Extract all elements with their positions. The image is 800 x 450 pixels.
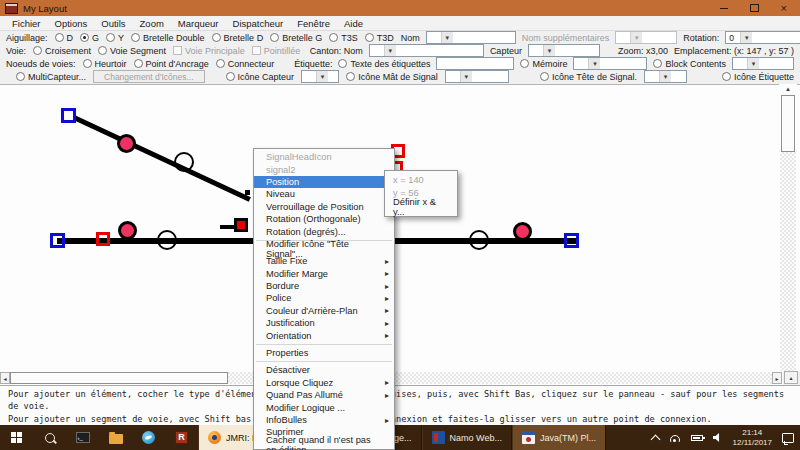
radio-texte-etiquettes[interactable]: Texte des étiquettes	[338, 59, 430, 69]
menu-item-position[interactable]: Position	[254, 176, 394, 188]
anchor-point-blue[interactable]	[61, 108, 76, 123]
menu-zoom[interactable]: Zoom	[133, 18, 171, 29]
thunderbird-button[interactable]	[132, 425, 165, 450]
menu-options[interactable]: Options	[48, 18, 95, 29]
r-app-button[interactable]: R	[165, 425, 198, 450]
radio-connecteur[interactable]: Connecteur	[216, 59, 275, 69]
submenu-item-definir-xy[interactable]: Définir x & y...	[385, 200, 457, 214]
nom-supplementaires-combobox[interactable]: ▾	[615, 31, 677, 44]
close-icon[interactable]: ×	[781, 3, 787, 13]
icone-tete-signal-combobox[interactable]: ▾	[644, 70, 687, 83]
menu-item-cacher[interactable]: Cacher quand il n'est pas en édition	[254, 439, 394, 450]
radio-icone-etiquette[interactable]: Icône Étiquette	[722, 72, 794, 82]
radio-aiguillage-g[interactable]: G	[80, 33, 99, 43]
sensor-icon-red-square[interactable]	[96, 232, 110, 246]
connection-circle-2[interactable]	[157, 230, 177, 250]
radio-heurtoir[interactable]: Heurtoir	[83, 59, 127, 69]
radio-bretelle-g[interactable]: Bretelle G	[270, 33, 322, 43]
wifi-icon[interactable]	[669, 434, 681, 442]
start-button[interactable]	[0, 425, 33, 450]
tray-chevron-up-icon[interactable]	[650, 434, 660, 444]
signal-head-dot[interactable]	[117, 134, 136, 153]
taskbar-task-java[interactable]: Java(TM) Pl...	[512, 425, 606, 450]
menu-aide[interactable]: Aide	[337, 18, 370, 29]
radio-circle	[83, 59, 92, 68]
radio-bretelle-d[interactable]: Bretelle D	[212, 33, 264, 43]
layout-canvas[interactable]	[0, 84, 800, 371]
menu-item-bordure[interactable]: Bordure	[254, 280, 394, 292]
menu-item-orientation[interactable]: Orientation	[254, 329, 394, 341]
menu-item-infobulles[interactable]: InfoBulles	[254, 414, 394, 426]
radio-icone-tete-signal[interactable]: Icône Tête de Signal.	[540, 72, 637, 82]
taskbar-task-namo[interactable]: Namo Web...	[422, 425, 512, 450]
menu-fichier[interactable]: Fichier	[5, 18, 48, 29]
signal-head-dot-3[interactable]	[513, 222, 532, 241]
nom-combobox[interactable]: ▾	[426, 31, 516, 44]
connection-circle-3[interactable]	[469, 230, 489, 250]
capteur-combobox[interactable]: ▾	[528, 44, 600, 57]
menu-item-modifier-logique[interactable]: Modifier Logique ...	[254, 401, 394, 413]
menu-item-desactiver[interactable]: Désactiver	[254, 364, 394, 376]
menu-item-police[interactable]: Police	[254, 292, 394, 304]
taskbar-clock[interactable]: 21:14 12/11/2017	[733, 428, 772, 447]
horizontal-scroll-thumb[interactable]	[10, 372, 228, 384]
canton-combobox[interactable]: ▾	[369, 44, 484, 57]
menu-item-rotation-degres[interactable]: Rotation (degrés)...	[254, 225, 394, 237]
menu-item-couleur-arriere-plan[interactable]: Couleur d'Arrière-Plan	[254, 305, 394, 317]
menu-item-justification[interactable]: Justification	[254, 317, 394, 329]
scroll-up-icon[interactable]: ▴	[779, 84, 797, 94]
radio-memoire[interactable]: Mémoire	[520, 59, 567, 69]
file-explorer-button[interactable]	[99, 425, 132, 450]
radio-bretelle-double[interactable]: Bretelle Double	[131, 33, 205, 43]
anchor-point-blue-right[interactable]	[564, 233, 579, 248]
command-prompt-button[interactable]: ›_	[66, 425, 99, 450]
menu-item-properties[interactable]: Properties	[254, 347, 394, 359]
radio-block-contents[interactable]: Block Contents	[653, 59, 726, 69]
menu-marqueur[interactable]: Marqueur	[171, 18, 226, 29]
radio-icone-mat-signal[interactable]: Icône Mât de Signal	[346, 72, 438, 82]
minimize-icon[interactable]	[720, 8, 728, 9]
etiquette-text-field[interactable]	[436, 57, 514, 70]
menu-dispatcheur[interactable]: Dispatcheur	[226, 18, 291, 29]
search-button[interactable]	[33, 425, 66, 450]
radio-aiguillage-d[interactable]: D	[55, 33, 74, 43]
radio-croisement[interactable]: Croisement	[33, 46, 91, 56]
radio-aiguillage-y[interactable]: Y	[106, 33, 124, 43]
connection-circle[interactable]	[174, 152, 194, 172]
scroll-down-icon[interactable]: ▴	[784, 371, 798, 384]
menu-item-verrouillage[interactable]: Verrouillage de Position	[254, 201, 394, 213]
radio-t3s[interactable]: T3S	[329, 33, 358, 43]
signal-head-dot-2[interactable]	[118, 221, 137, 240]
radio-multicapteur[interactable]: MultiCapteur...	[16, 72, 86, 82]
icone-mat-signal-combobox[interactable]: ▾	[445, 70, 509, 83]
menu-item-lorsque-cliquez[interactable]: Lorsque Cliquez	[254, 377, 394, 389]
icone-capteur-combobox[interactable]: ▾	[301, 70, 339, 83]
radio-point-ancrage[interactable]: Point d'Ancrage	[134, 59, 209, 69]
menu-fenetre[interactable]: Fenêtre	[290, 18, 337, 29]
anchor-point-blue-left[interactable]	[50, 233, 65, 248]
vertical-scroll-thumb[interactable]	[781, 95, 795, 152]
rotation-combobox[interactable]: 0▾	[725, 31, 800, 44]
memoire-combobox[interactable]: ▾	[573, 57, 647, 70]
vertical-scroll-track[interactable]	[780, 152, 796, 371]
track-segment-diagonal[interactable]	[73, 115, 251, 202]
signal-head-red-filled[interactable]	[234, 218, 248, 232]
menu-item-quand-pas-allume[interactable]: Quand Pas Allumé	[254, 389, 394, 401]
battery-icon[interactable]	[691, 435, 703, 441]
scroll-left-icon[interactable]: ◂	[0, 372, 10, 384]
block-contents-combobox[interactable]: ▾	[732, 57, 794, 70]
menu-item-taille-fixe[interactable]: Taille Fixe	[254, 255, 394, 267]
maximize-icon[interactable]	[750, 4, 759, 12]
menu-item-modifier-icone[interactable]: Modifier Icône "Tête Signal"...	[254, 243, 394, 255]
radio-voie-segment[interactable]: Voie Segment	[98, 46, 166, 56]
vertical-scrollbar[interactable]: ▴	[779, 84, 797, 371]
radio-icone-capteur[interactable]: Icône Capteur	[226, 72, 295, 82]
menu-item-rotation-orthogonale[interactable]: Rotation (Orthogonale)	[254, 213, 394, 225]
menu-item-modifier-marge[interactable]: Modifier Marge	[254, 268, 394, 280]
action-center-icon[interactable]	[782, 433, 794, 443]
menu-outils[interactable]: Outils	[94, 18, 132, 29]
radio-t3d[interactable]: T3D	[365, 33, 394, 43]
speaker-icon[interactable]	[713, 433, 723, 442]
menu-item-niveau[interactable]: Niveau	[254, 188, 394, 200]
scroll-right-icon[interactable]: ▸	[772, 372, 782, 384]
